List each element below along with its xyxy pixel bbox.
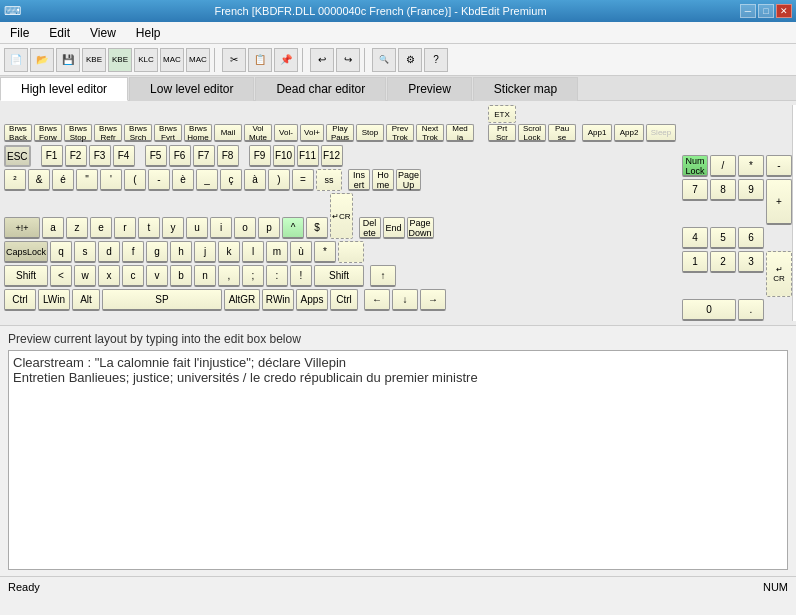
key-etx[interactable]: ETX [488,105,516,123]
key-num9[interactable]: 9 [738,179,764,201]
toolbar-open[interactable]: 📂 [30,48,54,72]
key-brws-stop[interactable]: BrwsStop [64,124,92,142]
key-u[interactable]: u [186,217,208,239]
key-j[interactable]: j [194,241,216,263]
key-colon[interactable]: : [266,265,288,287]
menu-help[interactable]: Help [130,24,167,42]
tab-dead-char[interactable]: Dead char editor [255,77,386,101]
key-exclaim[interactable]: ! [290,265,312,287]
key-stop[interactable]: Stop [356,124,384,142]
key-rparen[interactable]: ) [268,169,290,191]
key-lalt[interactable]: Alt [72,289,100,311]
toolbar-mac2[interactable]: MAC [186,48,210,72]
key-comma[interactable]: , [218,265,240,287]
key-brws-refr[interactable]: BrwsRefr [94,124,122,142]
key-app2[interactable]: App2 [614,124,644,142]
tab-high-level[interactable]: High level editor [0,77,128,101]
key-s[interactable]: s [74,241,96,263]
tab-preview[interactable]: Preview [387,77,472,101]
toolbar-paste[interactable]: 📌 [274,48,298,72]
key-num7[interactable]: 7 [682,179,708,201]
key-num2[interactable]: 2 [710,251,736,273]
key-insert[interactable]: Insert [348,169,370,191]
key-f[interactable]: f [122,241,144,263]
key-vol-up[interactable]: Vol+ [300,124,324,142]
toolbar-cut[interactable]: ✂ [222,48,246,72]
key-brws-back[interactable]: BrwsBack [4,124,32,142]
key-arrow-up[interactable]: ↑ [370,265,396,287]
key-num8[interactable]: 8 [710,179,736,201]
key-home[interactable]: Home [372,169,394,191]
key-r[interactable]: r [114,217,136,239]
key-apps[interactable]: Apps [296,289,328,311]
key-media[interactable]: Media [446,124,474,142]
key-capslock[interactable]: CapsLock [4,241,48,263]
key-lshift[interactable]: Shift [4,265,48,287]
key-numpad-minus[interactable]: - [766,155,792,177]
key-quote[interactable]: " [76,169,98,191]
key-x[interactable]: x [98,265,120,287]
key-brws-forw[interactable]: BrwsForw [34,124,62,142]
key-z[interactable]: z [66,217,88,239]
key-pageup[interactable]: PageUp [396,169,421,191]
key-play[interactable]: PlayPaus [326,124,354,142]
key-space[interactable]: SP [102,289,222,311]
key-sleep[interactable]: Sleep [646,124,676,142]
key-e-acute[interactable]: é [52,169,74,191]
key-i[interactable]: i [210,217,232,239]
key-n[interactable]: n [194,265,216,287]
key-altgr[interactable]: AltGR [224,289,260,311]
key-y[interactable]: y [162,217,184,239]
key-prt-scr[interactable]: PrtScr [488,124,516,142]
key-v[interactable]: v [146,265,168,287]
tab-sticker-map[interactable]: Sticker map [473,77,578,101]
key-numpad-dot[interactable]: . [738,299,764,321]
key-w[interactable]: w [74,265,96,287]
key-m[interactable]: m [266,241,288,263]
key-c[interactable]: c [122,265,144,287]
key-g[interactable]: g [146,241,168,263]
key-asterisk[interactable]: * [314,241,336,263]
toolbar-kbe1[interactable]: KBE [82,48,106,72]
menu-view[interactable]: View [84,24,122,42]
key-lparen[interactable]: ( [124,169,146,191]
key-arrow-right[interactable]: → [420,289,446,311]
toolbar-mac1[interactable]: MAC [160,48,184,72]
key-numpad-div[interactable]: / [710,155,736,177]
key-f5[interactable]: F5 [145,145,167,167]
key-dash[interactable]: - [148,169,170,191]
key-u-grave[interactable]: ù [290,241,312,263]
key-f3[interactable]: F3 [89,145,111,167]
key-arrow-left[interactable]: ← [364,289,390,311]
key-l[interactable]: l [242,241,264,263]
close-button[interactable]: ✕ [776,4,792,18]
key-f11[interactable]: F11 [297,145,319,167]
maximize-button[interactable]: □ [758,4,774,18]
menu-edit[interactable]: Edit [43,24,76,42]
toolbar-search[interactable]: 🔍 [372,48,396,72]
key-next-track[interactable]: NextTrok [416,124,444,142]
key-f10[interactable]: F10 [273,145,295,167]
key-lt[interactable]: < [50,265,72,287]
key-ss[interactable]: ss [316,169,342,191]
preview-input[interactable] [8,350,788,570]
key-rctrl[interactable]: Ctrl [330,289,358,311]
key-e-grave[interactable]: è [172,169,194,191]
toolbar-save[interactable]: 💾 [56,48,80,72]
key-c-cedilla[interactable]: ç [220,169,242,191]
toolbar-klc[interactable]: KLC [134,48,158,72]
key-o[interactable]: o [234,217,256,239]
key-delete[interactable]: Delete [359,217,381,239]
key-f6[interactable]: F6 [169,145,191,167]
key-pagedown[interactable]: PageDown [407,217,434,239]
key-underscore[interactable]: _ [196,169,218,191]
key-t[interactable]: t [138,217,160,239]
toolbar-undo[interactable]: ↩ [310,48,334,72]
key-vol-mute[interactable]: VolMute [244,124,272,142]
key-rwin[interactable]: RWin [262,289,294,311]
key-f12[interactable]: F12 [321,145,343,167]
key-vol-down[interactable]: Vol- [274,124,298,142]
key-numpad-plus[interactable]: + [766,179,792,225]
key-end[interactable]: End [383,217,405,239]
key-num4[interactable]: 4 [682,227,708,249]
